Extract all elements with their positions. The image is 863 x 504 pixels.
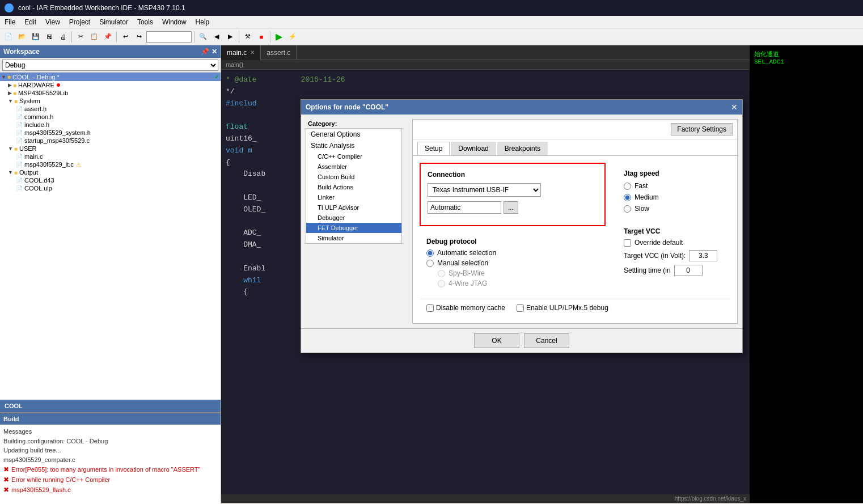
print-btn[interactable]: 🖨: [57, 31, 69, 43]
search-btn[interactable]: 🔍: [197, 31, 209, 43]
cat-custom[interactable]: Custom Build: [306, 172, 401, 182]
menu-project[interactable]: Project: [65, 17, 95, 27]
cat-simulator[interactable]: Simulator: [306, 233, 401, 243]
jtag-medium-radio[interactable]: [624, 194, 631, 201]
debug-select[interactable]: Debug: [2, 60, 218, 71]
factory-settings-button[interactable]: Factory Settings: [671, 123, 733, 135]
tree-msp-lib[interactable]: ▶ ■ MSP430F5529Lib: [0, 89, 221, 97]
tab-main-c-close[interactable]: ✕: [250, 49, 255, 56]
save-all-btn[interactable]: 🖫: [43, 31, 56, 43]
tree-include-h[interactable]: 📄 include.h: [0, 121, 221, 129]
dp-jtag-radio: [438, 280, 445, 287]
copy-btn[interactable]: 📋: [88, 31, 100, 43]
paste-btn[interactable]: 📌: [101, 31, 114, 43]
menu-tools[interactable]: Tools: [133, 17, 158, 27]
tree-root[interactable]: ▼ ■ COOL – Debug * ✓: [0, 73, 221, 81]
nav-prev[interactable]: ◀: [210, 31, 223, 43]
tv-label: Target VCC: [624, 227, 724, 235]
build-btn[interactable]: ⚒: [242, 31, 254, 43]
save-btn[interactable]: 💾: [29, 31, 42, 43]
menu-view[interactable]: View: [41, 17, 65, 27]
tree-main-c[interactable]: 📄 main.c: [0, 153, 221, 160]
workspace-header-icons: 📌 ✕: [201, 48, 217, 56]
cat-general[interactable]: General Options: [306, 129, 401, 140]
disable-memory-checkbox[interactable]: [426, 304, 434, 312]
folder-icon: ■: [7, 74, 11, 80]
enable-ulp-checkbox[interactable]: [517, 304, 524, 312]
connection-input[interactable]: [428, 201, 501, 214]
settings-header: Factory Settings: [413, 120, 737, 139]
redo-btn[interactable]: ↪: [133, 31, 145, 43]
dp-auto-radio[interactable]: [426, 249, 434, 257]
cat-linker[interactable]: Linker: [306, 192, 401, 202]
disable-memory-label: Disable memory cache: [436, 304, 505, 312]
dialog-body: Category: General Options Static Analysi…: [301, 115, 742, 328]
tree-assert-h[interactable]: 📄 assert.h: [0, 105, 221, 113]
workspace-debug: Debug: [0, 58, 221, 73]
ok-button[interactable]: OK: [474, 333, 519, 348]
stop-btn[interactable]: ■: [255, 31, 268, 43]
tree-common-h-label: common.h: [24, 113, 53, 120]
cut-btn[interactable]: ✂: [74, 31, 87, 43]
dp-jtag-row: 4-Wire JTAG: [426, 279, 599, 287]
close-workspace-icon[interactable]: ✕: [211, 48, 217, 56]
connection-dots-button[interactable]: ...: [504, 201, 518, 214]
cat-fet-debugger[interactable]: FET Debugger: [306, 223, 401, 233]
cat-build-actions[interactable]: Build Actions: [306, 182, 401, 192]
tree-user[interactable]: ▼ ■ USER: [0, 145, 221, 153]
dp-spy-row: Spy-Bi-Wire: [426, 269, 599, 277]
menu-help[interactable]: Help: [191, 17, 214, 27]
cat-debugger[interactable]: Debugger: [306, 213, 401, 223]
connection-device-select[interactable]: Texas Instrument USB-IF: [428, 183, 541, 197]
stab-setup[interactable]: Setup: [417, 142, 450, 155]
tree-assert-h-label: assert.h: [24, 105, 46, 112]
tree-system[interactable]: ▼ ■ System: [0, 97, 221, 105]
cat-static[interactable]: Static Analysis: [306, 140, 401, 151]
jtag-slow-radio[interactable]: [624, 205, 631, 213]
tree-cool-d43[interactable]: 📄 COOL.d43: [0, 176, 221, 184]
tree-msp-it[interactable]: 📄 msp430f5529_it.c ⚠: [0, 160, 221, 168]
code-line-0: * @date 2016-11-26: [226, 74, 745, 86]
toolbar-input[interactable]: [146, 31, 192, 43]
tree-common-h[interactable]: 📄 common.h: [0, 113, 221, 121]
open-btn[interactable]: 📂: [16, 31, 28, 43]
build-panel: Build Messages Building configuration: C…: [0, 412, 221, 503]
cat-ti-ulp[interactable]: TI ULP Advisor: [306, 202, 401, 213]
cancel-button[interactable]: Cancel: [524, 333, 569, 348]
debug-btn[interactable]: ⚡: [286, 31, 299, 43]
jtag-fast-radio[interactable]: [624, 183, 631, 190]
tree-startup[interactable]: 📄 startup_msp430f5529.c: [0, 137, 221, 145]
menu-edit[interactable]: Edit: [20, 17, 41, 27]
menu-window[interactable]: Window: [158, 17, 191, 27]
nav-next[interactable]: ▶: [224, 31, 236, 43]
tree-hardware-label: HARDWARE: [18, 82, 54, 88]
run-btn[interactable]: ▶: [273, 31, 285, 43]
tree-output[interactable]: ▼ ■ Output: [0, 168, 221, 176]
menu-file[interactable]: File: [0, 17, 20, 27]
expand-msp: ▶: [8, 90, 12, 96]
tree-cool-ulp[interactable]: 📄 COOL.ulp: [0, 184, 221, 192]
dp-manual-radio[interactable]: [426, 260, 434, 267]
tv-settling-input[interactable]: [674, 265, 703, 276]
dialog-close-button[interactable]: ✕: [731, 103, 738, 112]
common-h-icon: 📄: [16, 114, 23, 120]
cat-asm[interactable]: Assembler: [306, 162, 401, 172]
include-h-icon: 📄: [16, 122, 23, 128]
jtag-medium-row: Medium: [624, 193, 724, 201]
url-text: https://blog.csdn.net/klaus_x: [675, 495, 746, 502]
tab-main-c[interactable]: main.c ✕: [221, 45, 261, 60]
menu-simulator[interactable]: Simulator: [95, 17, 133, 27]
jtag-fast-label: Fast: [634, 182, 648, 190]
stab-breakpoints[interactable]: Breakpoints: [497, 142, 548, 155]
pin-icon[interactable]: 📌: [201, 48, 209, 56]
cat-cpp[interactable]: C/C++ Compiler: [306, 151, 401, 162]
tab-assert-c[interactable]: assert.c: [261, 45, 297, 60]
cool-ulp-icon: 📄: [16, 185, 23, 192]
stab-download[interactable]: Download: [451, 142, 496, 155]
tv-vcc-input[interactable]: [689, 250, 717, 261]
undo-btn[interactable]: ↩: [119, 31, 132, 43]
tree-hardware[interactable]: ▶ ■ HARDWARE: [0, 81, 221, 89]
new-btn[interactable]: 📄: [2, 31, 15, 43]
tree-msp-sys-h[interactable]: 📄 msp430f5529_system.h: [0, 129, 221, 137]
tv-override-checkbox[interactable]: [624, 239, 631, 247]
